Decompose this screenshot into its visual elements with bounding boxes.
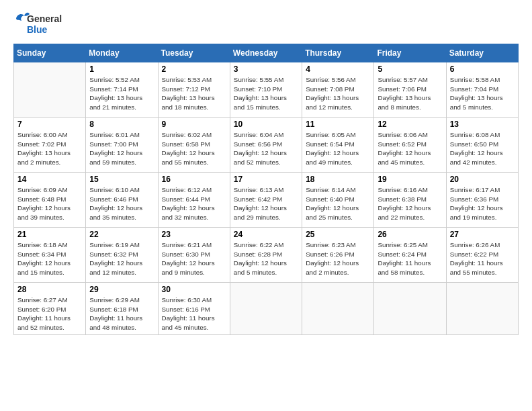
day-number: 17	[234, 175, 298, 184]
calendar-week-row: 28Sunrise: 6:27 AMSunset: 6:20 PMDayligh…	[14, 283, 519, 335]
day-info: Sunrise: 6:12 AMSunset: 6:44 PMDaylight:…	[162, 185, 226, 222]
header-area: GeneralBlue	[13, 10, 519, 38]
day-info: Sunrise: 6:25 AMSunset: 6:24 PMDaylight:…	[378, 240, 442, 277]
calendar-week-row: 1Sunrise: 5:52 AMSunset: 7:14 PMDaylight…	[14, 62, 519, 118]
calendar-cell: 30Sunrise: 6:30 AMSunset: 6:16 PMDayligh…	[158, 283, 230, 335]
day-info: Sunrise: 6:02 AMSunset: 6:58 PMDaylight:…	[162, 130, 226, 167]
logo: GeneralBlue	[13, 10, 67, 38]
day-info: Sunrise: 6:23 AMSunset: 6:26 PMDaylight:…	[306, 240, 370, 277]
day-info: Sunrise: 6:18 AMSunset: 6:34 PMDaylight:…	[17, 240, 82, 277]
calendar-cell: 2Sunrise: 5:53 AMSunset: 7:12 PMDaylight…	[158, 62, 230, 118]
calendar-week-row: 7Sunrise: 6:00 AMSunset: 7:02 PMDaylight…	[14, 118, 519, 173]
calendar-cell	[446, 283, 518, 335]
calendar-cell: 26Sunrise: 6:25 AMSunset: 6:24 PMDayligh…	[374, 228, 446, 283]
day-info: Sunrise: 5:58 AMSunset: 7:04 PMDaylight:…	[450, 75, 515, 112]
calendar-cell: 16Sunrise: 6:12 AMSunset: 6:44 PMDayligh…	[158, 173, 230, 228]
calendar-cell: 4Sunrise: 5:56 AMSunset: 7:08 PMDaylight…	[302, 62, 374, 118]
day-info: Sunrise: 6:00 AMSunset: 7:02 PMDaylight:…	[17, 130, 82, 167]
day-number: 21	[17, 230, 82, 239]
day-number: 3	[234, 64, 298, 74]
svg-text:Blue: Blue	[27, 24, 48, 35]
calendar-cell: 6Sunrise: 5:58 AMSunset: 7:04 PMDaylight…	[446, 62, 518, 118]
calendar-cell	[230, 283, 302, 335]
day-info: Sunrise: 6:26 AMSunset: 6:22 PMDaylight:…	[450, 240, 515, 277]
day-info: Sunrise: 6:01 AMSunset: 7:00 PMDaylight:…	[89, 130, 154, 167]
day-info: Sunrise: 6:14 AMSunset: 6:40 PMDaylight:…	[306, 185, 370, 222]
calendar-cell: 17Sunrise: 6:13 AMSunset: 6:42 PMDayligh…	[230, 173, 302, 228]
day-info: Sunrise: 6:16 AMSunset: 6:38 PMDaylight:…	[378, 185, 442, 222]
day-info: Sunrise: 6:27 AMSunset: 6:20 PMDaylight:…	[17, 295, 82, 332]
day-number: 12	[378, 120, 442, 129]
day-number: 9	[162, 120, 226, 129]
calendar-cell: 23Sunrise: 6:21 AMSunset: 6:30 PMDayligh…	[158, 228, 230, 283]
day-info: Sunrise: 6:22 AMSunset: 6:28 PMDaylight:…	[234, 240, 298, 277]
day-number: 29	[89, 285, 154, 294]
calendar-cell: 9Sunrise: 6:02 AMSunset: 6:58 PMDaylight…	[158, 118, 230, 173]
calendar-cell: 15Sunrise: 6:10 AMSunset: 6:46 PMDayligh…	[86, 173, 158, 228]
day-number: 13	[450, 120, 515, 129]
svg-text:General: General	[27, 13, 62, 24]
day-info: Sunrise: 5:56 AMSunset: 7:08 PMDaylight:…	[306, 75, 370, 112]
day-number: 8	[89, 120, 154, 129]
day-number: 23	[162, 230, 226, 239]
calendar-cell: 21Sunrise: 6:18 AMSunset: 6:34 PMDayligh…	[14, 228, 86, 283]
weekday-header-row: SundayMondayTuesdayWednesdayThursdayFrid…	[14, 44, 519, 62]
calendar-cell	[302, 283, 374, 335]
day-number: 10	[234, 120, 298, 129]
day-info: Sunrise: 6:13 AMSunset: 6:42 PMDaylight:…	[234, 185, 298, 222]
calendar-cell: 28Sunrise: 6:27 AMSunset: 6:20 PMDayligh…	[14, 283, 86, 335]
calendar-cell	[374, 283, 446, 335]
day-info: Sunrise: 6:08 AMSunset: 6:50 PMDaylight:…	[450, 130, 515, 167]
day-info: Sunrise: 5:52 AMSunset: 7:14 PMDaylight:…	[89, 75, 154, 112]
calendar-table: SundayMondayTuesdayWednesdayThursdayFrid…	[13, 44, 519, 335]
day-number: 20	[450, 175, 515, 184]
day-number: 15	[89, 175, 154, 184]
day-info: Sunrise: 6:17 AMSunset: 6:36 PMDaylight:…	[450, 185, 515, 222]
day-number: 18	[306, 175, 370, 184]
calendar-cell: 12Sunrise: 6:06 AMSunset: 6:52 PMDayligh…	[374, 118, 446, 173]
calendar-cell: 19Sunrise: 6:16 AMSunset: 6:38 PMDayligh…	[374, 173, 446, 228]
day-info: Sunrise: 6:04 AMSunset: 6:56 PMDaylight:…	[234, 130, 298, 167]
day-number: 5	[378, 64, 442, 74]
calendar-cell: 14Sunrise: 6:09 AMSunset: 6:48 PMDayligh…	[14, 173, 86, 228]
weekday-header: Sunday	[14, 44, 86, 62]
calendar-cell	[14, 62, 86, 118]
calendar-cell: 7Sunrise: 6:00 AMSunset: 7:02 PMDaylight…	[14, 118, 86, 173]
day-number: 7	[17, 120, 82, 129]
day-number: 26	[378, 230, 442, 239]
day-number: 28	[17, 285, 82, 294]
calendar-cell: 11Sunrise: 6:05 AMSunset: 6:54 PMDayligh…	[302, 118, 374, 173]
calendar-cell: 25Sunrise: 6:23 AMSunset: 6:26 PMDayligh…	[302, 228, 374, 283]
day-number: 24	[234, 230, 298, 239]
calendar-cell: 29Sunrise: 6:29 AMSunset: 6:18 PMDayligh…	[86, 283, 158, 335]
calendar-cell: 5Sunrise: 5:57 AMSunset: 7:06 PMDaylight…	[374, 62, 446, 118]
calendar-cell: 13Sunrise: 6:08 AMSunset: 6:50 PMDayligh…	[446, 118, 518, 173]
day-info: Sunrise: 6:05 AMSunset: 6:54 PMDaylight:…	[306, 130, 370, 167]
day-number: 14	[17, 175, 82, 184]
day-number: 11	[306, 120, 370, 129]
day-info: Sunrise: 6:09 AMSunset: 6:48 PMDaylight:…	[17, 185, 82, 222]
calendar-cell: 1Sunrise: 5:52 AMSunset: 7:14 PMDaylight…	[86, 62, 158, 118]
weekday-header: Monday	[86, 44, 158, 62]
weekday-header: Saturday	[446, 44, 518, 62]
calendar-cell: 22Sunrise: 6:19 AMSunset: 6:32 PMDayligh…	[86, 228, 158, 283]
day-info: Sunrise: 5:55 AMSunset: 7:10 PMDaylight:…	[234, 75, 298, 112]
day-info: Sunrise: 6:19 AMSunset: 6:32 PMDaylight:…	[89, 240, 154, 277]
day-number: 6	[450, 64, 515, 74]
calendar-cell: 10Sunrise: 6:04 AMSunset: 6:56 PMDayligh…	[230, 118, 302, 173]
main-container: GeneralBlue SundayMondayTuesdayWednesday…	[0, 0, 532, 342]
calendar-cell: 3Sunrise: 5:55 AMSunset: 7:10 PMDaylight…	[230, 62, 302, 118]
day-info: Sunrise: 6:10 AMSunset: 6:46 PMDaylight:…	[89, 185, 154, 222]
day-number: 22	[89, 230, 154, 239]
weekday-header: Thursday	[302, 44, 374, 62]
day-number: 2	[162, 64, 226, 74]
day-info: Sunrise: 6:29 AMSunset: 6:18 PMDaylight:…	[89, 295, 154, 332]
day-number: 1	[89, 64, 154, 74]
day-number: 30	[162, 285, 226, 294]
calendar-cell: 8Sunrise: 6:01 AMSunset: 7:00 PMDaylight…	[86, 118, 158, 173]
calendar-week-row: 14Sunrise: 6:09 AMSunset: 6:48 PMDayligh…	[14, 173, 519, 228]
day-number: 19	[378, 175, 442, 184]
logo-svg: GeneralBlue	[13, 10, 67, 38]
day-info: Sunrise: 6:30 AMSunset: 6:16 PMDaylight:…	[162, 295, 226, 332]
weekday-header: Friday	[374, 44, 446, 62]
